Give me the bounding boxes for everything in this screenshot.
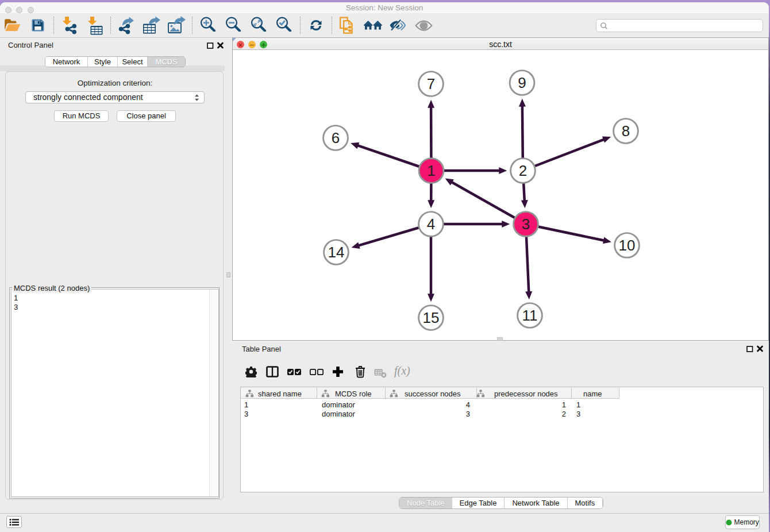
svg-text:9: 9 [518, 74, 526, 91]
svg-text:1: 1 [427, 162, 435, 179]
svg-text:15: 15 [423, 309, 440, 326]
svg-text:7: 7 [427, 75, 435, 92]
svg-text:10: 10 [619, 237, 636, 254]
svg-text:3: 3 [522, 215, 530, 233]
svg-text:14: 14 [328, 244, 345, 261]
svg-text:8: 8 [622, 122, 630, 140]
svg-text:11: 11 [522, 307, 538, 324]
svg-text:2: 2 [519, 162, 527, 179]
svg-text:6: 6 [332, 129, 340, 147]
svg-text:4: 4 [427, 215, 435, 233]
